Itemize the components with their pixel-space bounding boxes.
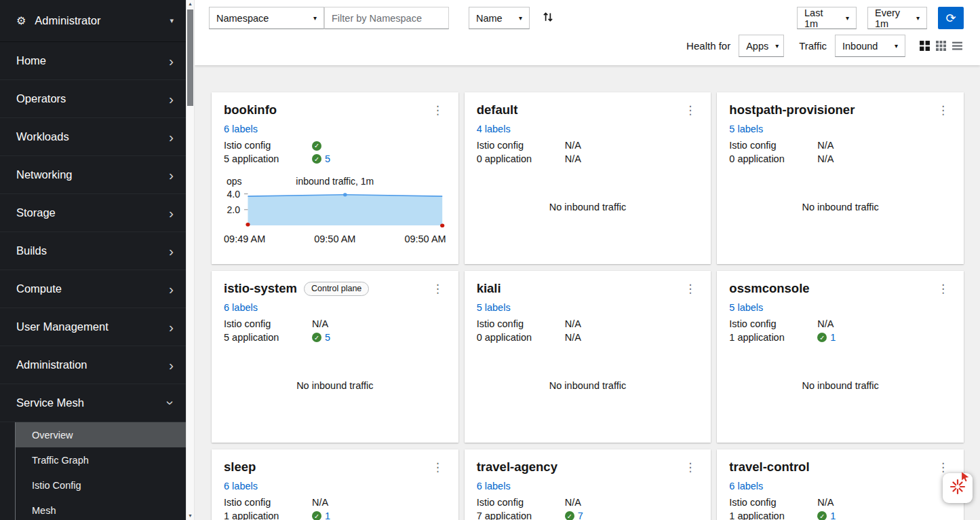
chart-x-axis: 09:49 AM09:50 AM09:50 AM <box>224 234 446 244</box>
sidebar-item-label: Storage <box>16 206 56 219</box>
kebab-menu-button[interactable]: ⋮ <box>429 103 446 117</box>
sidebar-item-networking[interactable]: Networking› <box>0 156 186 194</box>
x-tick-label: 09:49 AM <box>224 234 265 244</box>
labels-link[interactable]: 6 labels <box>477 481 511 491</box>
inbound-traffic-sparkline <box>244 191 446 229</box>
healthy-apps-count-link[interactable]: 1 <box>830 510 836 520</box>
sidebar-item-label: Service Mesh <box>16 396 84 409</box>
sidebar-item-operators[interactable]: Operators› <box>0 80 186 118</box>
kebab-menu-button[interactable]: ⋮ <box>682 460 699 475</box>
kebab-menu-button[interactable]: ⋮ <box>935 282 952 296</box>
healthy-apps-count-link[interactable]: 1 <box>830 331 836 345</box>
istio-config-row: Istio config✓ <box>224 139 446 153</box>
kebab-menu-button[interactable]: ⋮ <box>935 460 952 475</box>
health-type-select[interactable]: Apps ▾ <box>739 35 784 57</box>
compact-view-icon[interactable] <box>934 39 947 53</box>
scroll-down-arrow-icon[interactable]: ▼ <box>188 512 193 520</box>
sidebar-item-service-mesh[interactable]: Service Mesh› <box>0 384 186 422</box>
labels-link[interactable]: 6 labels <box>224 302 258 313</box>
y-tick-label: 4.0 <box>224 189 240 200</box>
sidebar-item-workloads[interactable]: Workloads› <box>0 118 186 156</box>
istio-config-value: N/A <box>565 496 581 510</box>
sidebar-item-compute[interactable]: Compute› <box>0 270 186 308</box>
sidebar: ⚙ Administrator ▾ Home›Operators›Workloa… <box>0 0 186 520</box>
kebab-menu-button[interactable]: ⋮ <box>682 103 699 117</box>
traffic-direction-select[interactable]: Inbound ▾ <box>835 35 905 57</box>
traffic-direction-select-value: Inbound <box>842 41 878 52</box>
sidebar-item-istio-config[interactable]: Istio Config <box>16 472 186 498</box>
kebab-menu-button[interactable]: ⋮ <box>429 460 446 475</box>
sidebar-scrollbar[interactable]: ▲ ▼ <box>186 0 195 520</box>
card-header: sleep⋮ <box>224 460 446 475</box>
perspective-switcher[interactable]: ⚙ Administrator ▾ <box>0 0 186 42</box>
sync-icon: ⟳ <box>945 11 956 26</box>
scrollbar-thumb[interactable] <box>187 10 193 106</box>
main-content: Namespace ▾ Name ▾ <box>195 0 980 520</box>
sort-field-select[interactable]: Name ▾ <box>469 7 530 29</box>
applications-row: 1 application✓1 <box>729 331 952 345</box>
istio-config-value: N/A <box>565 139 581 153</box>
labels-link[interactable]: 4 labels <box>477 124 511 134</box>
check-circle-icon: ✓ <box>565 511 574 520</box>
nav-list: Home›Operators›Workloads›Networking›Stor… <box>0 42 186 422</box>
no-traffic-message: No inbound traffic <box>224 344 446 434</box>
list-view-icon[interactable] <box>950 39 964 53</box>
healthy-apps-count-link[interactable]: 5 <box>325 153 330 166</box>
caret-down-icon: ▾ <box>775 42 779 50</box>
kebab-menu-button[interactable]: ⋮ <box>682 282 699 296</box>
applications-row: 1 application✓1 <box>224 510 446 520</box>
expand-view-icon[interactable] <box>918 39 931 53</box>
labels-link[interactable]: 5 labels <box>729 124 763 134</box>
namespace-select[interactable]: Namespace ▾ <box>209 7 324 29</box>
sidebar-item-label: Compute <box>16 282 62 295</box>
sidebar-item-storage[interactable]: Storage› <box>0 194 186 232</box>
kiali-launcher-button[interactable] <box>943 473 973 503</box>
sidebar-item-user-management[interactable]: User Management› <box>0 308 186 346</box>
check-circle-icon: ✓ <box>817 333 827 342</box>
refresh-button[interactable]: ⟳ <box>938 7 964 29</box>
healthy-apps-count-link[interactable]: 1 <box>325 510 330 520</box>
applications-row: 7 application✓7 <box>477 510 699 520</box>
chevron-right-icon: › <box>169 244 174 258</box>
time-range-select[interactable]: Last 1m ▾ <box>797 7 857 29</box>
sidebar-item-administration[interactable]: Administration› <box>0 346 186 384</box>
sidebar-item-home[interactable]: Home› <box>0 42 186 80</box>
sidebar-item-traffic-graph[interactable]: Traffic Graph <box>16 447 186 472</box>
scroll-up-arrow-icon[interactable]: ▲ <box>188 0 193 8</box>
kebab-menu-button[interactable]: ⋮ <box>429 282 446 296</box>
applications-label: 1 application <box>729 510 817 520</box>
labels-link[interactable]: 5 labels <box>477 302 511 313</box>
sidebar-item-mesh[interactable]: Mesh <box>16 498 186 520</box>
applications-label: 0 application <box>477 331 565 345</box>
labels-link[interactable]: 6 labels <box>729 481 763 491</box>
labels-link[interactable]: 5 labels <box>729 302 763 313</box>
toolbar-row-1: Namespace ▾ Name ▾ <box>209 7 964 29</box>
refresh-interval-select[interactable]: Every 1m ▾ <box>867 7 927 29</box>
sort-order-button[interactable] <box>539 10 557 27</box>
sidebar-item-builds[interactable]: Builds› <box>0 232 186 270</box>
card-header: kiali⋮ <box>477 281 699 296</box>
overview-content: bookinfo⋮6 labelsIstio config✓5 applicat… <box>195 65 980 520</box>
applications-value: N/A <box>565 153 581 166</box>
chevron-right-icon: › <box>169 358 174 372</box>
x-tick-label: 09:50 AM <box>314 234 355 244</box>
applications-row: 0 applicationN/A <box>729 153 952 166</box>
caret-down-icon: ▾ <box>895 42 898 50</box>
labels-link[interactable]: 6 labels <box>224 481 258 491</box>
sidebar-item-label: Operators <box>16 92 66 105</box>
chevron-down-icon: › <box>164 401 178 405</box>
card-title: default <box>477 103 518 117</box>
namespace-card-sleep: sleep⋮6 labelsIstio configN/A1 applicati… <box>212 449 458 520</box>
inbound-traffic-chart: opsinbound traffic, 1m4.02.009:49 AM09:5… <box>224 175 446 244</box>
sidebar-item-label: User Management <box>16 320 109 333</box>
namespace-filter-input[interactable] <box>324 7 449 29</box>
kebab-menu-button[interactable]: ⋮ <box>935 103 952 117</box>
istio-config-label: Istio config <box>224 496 312 510</box>
namespace-cards-grid: bookinfo⋮6 labelsIstio config✓5 applicat… <box>212 92 964 520</box>
labels-link[interactable]: 6 labels <box>224 124 258 134</box>
sidebar-item-overview[interactable]: Overview <box>16 422 186 447</box>
healthy-apps-count-link[interactable]: 7 <box>578 510 583 520</box>
sort-icon <box>542 11 554 25</box>
istio-config-row: Istio configN/A <box>477 496 699 510</box>
healthy-apps-count-link[interactable]: 5 <box>325 331 330 345</box>
